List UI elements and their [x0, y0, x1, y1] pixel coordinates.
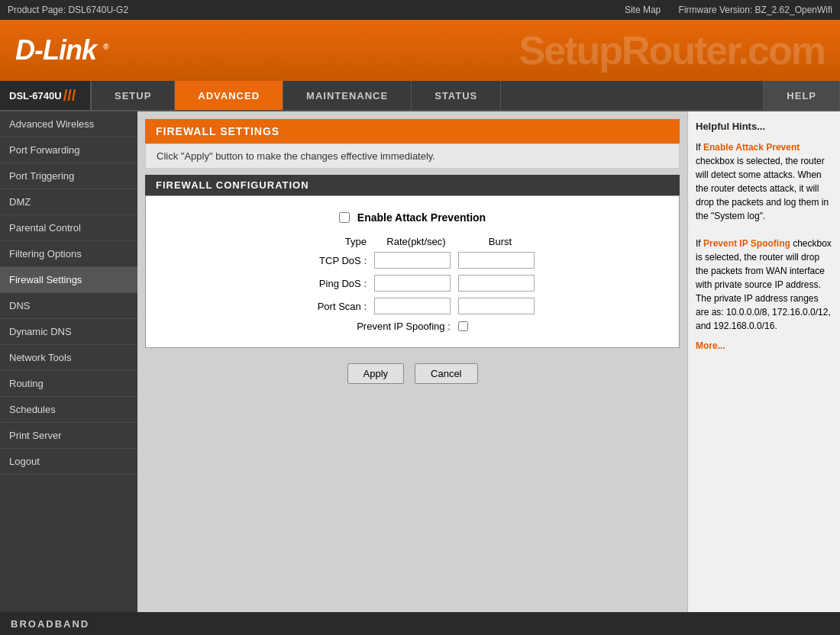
- section-header: FIREWALL SETTINGS: [145, 119, 680, 143]
- buttons-row: Apply Cancel: [137, 363, 687, 384]
- help-more-link[interactable]: More...: [696, 339, 832, 353]
- tab-advanced[interactable]: ADVANCED: [175, 81, 283, 110]
- sidebar-item-firewall-settings[interactable]: Firewall Settings: [0, 267, 137, 293]
- sidebar-item-filtering-options[interactable]: Filtering Options: [0, 241, 137, 267]
- top-bar: Product Page: DSL6740U-G2 Site Map Firmw…: [0, 0, 840, 20]
- logo: D-Link ®: [15, 34, 108, 66]
- footer-label: BROADBAND: [11, 618, 89, 630]
- sidebar-item-network-tools[interactable]: Network Tools: [0, 345, 137, 371]
- tab-status[interactable]: STATUS: [412, 81, 501, 110]
- main-layout: Advanced Wireless Port Forwarding Port T…: [0, 111, 840, 612]
- info-bar: Click "Apply" button to make the changes…: [145, 143, 680, 169]
- type-col-label: Type: [283, 236, 374, 247]
- bottom-bar: BROADBAND: [0, 612, 840, 635]
- apply-button[interactable]: Apply: [347, 363, 405, 384]
- rate-col-label: Rate(pkt/sec): [374, 236, 458, 247]
- sidebar-item-dmz[interactable]: DMZ: [0, 189, 137, 215]
- ping-dos-label: Ping DoS :: [283, 278, 374, 289]
- slash-icon: ///: [63, 87, 76, 105]
- spoofing-row: Prevent IP Spoofing :: [169, 321, 656, 332]
- tcp-dos-row: TCP DoS :: [169, 252, 656, 269]
- nav-tabs: DSL-6740U /// SETUP ADVANCED MAINTENANCE…: [0, 81, 840, 111]
- tcp-dos-label: TCP DoS :: [283, 255, 374, 266]
- help-para2: If Prevent IP Spoofing checkbox is selec…: [696, 237, 832, 333]
- top-right: Site Map Firmware Version: BZ_2.62_OpenW…: [625, 5, 832, 15]
- fields-header: Type Rate(pkt/sec) Burst: [169, 236, 656, 247]
- enable-attack-label: Enable Attack Prevention: [357, 211, 486, 224]
- help-panel: Helpful Hints... If Enable Attack Preven…: [687, 111, 840, 612]
- form-area: Enable Attack Prevention Type Rate(pkt/s…: [145, 195, 680, 348]
- port-scan-rate-input[interactable]: [374, 298, 451, 314]
- ping-dos-burst-input[interactable]: [458, 275, 535, 292]
- burst-col-label: Burst: [458, 236, 542, 247]
- spoofing-label: Prevent IP Spoofing :: [357, 321, 451, 332]
- sidebar-item-schedules[interactable]: Schedules: [0, 397, 137, 423]
- port-scan-burst-input[interactable]: [458, 298, 535, 314]
- header: D-Link ® SetupRouter.com: [0, 20, 840, 81]
- port-scan-label: Port Scan :: [283, 301, 374, 312]
- sidebar-item-advanced-wireless[interactable]: Advanced Wireless: [0, 111, 137, 137]
- sidebar-item-routing[interactable]: Routing: [0, 371, 137, 397]
- enable-row: Enable Attack Prevention: [169, 211, 656, 224]
- sidebar-item-port-triggering[interactable]: Port Triggering: [0, 163, 137, 189]
- sidebar-item-parental-control[interactable]: Parental Control: [0, 215, 137, 241]
- ping-dos-rate-input[interactable]: [374, 275, 451, 292]
- tab-help[interactable]: HELP: [763, 81, 840, 110]
- sitemap-link[interactable]: Site Map: [625, 5, 661, 15]
- ping-dos-row: Ping DoS :: [169, 275, 656, 292]
- sidebar: Advanced Wireless Port Forwarding Port T…: [0, 111, 137, 612]
- help-link-2[interactable]: Prevent IP Spoofing: [703, 238, 790, 249]
- model-badge: DSL-6740U ///: [0, 81, 92, 110]
- sidebar-item-port-forwarding[interactable]: Port Forwarding: [0, 137, 137, 163]
- tab-maintenance[interactable]: MAINTENANCE: [283, 81, 412, 110]
- firmware-label: Firmware Version: BZ_2.62_OpenWifi: [679, 5, 832, 15]
- help-title: Helpful Hints...: [696, 119, 832, 134]
- config-section-header: FIREWALL CONFIGURATION: [145, 175, 680, 195]
- port-scan-row: Port Scan :: [169, 298, 656, 314]
- help-link-1[interactable]: Enable Attack Prevent: [703, 142, 800, 153]
- tcp-dos-rate-input[interactable]: [374, 252, 451, 269]
- tab-setup[interactable]: SETUP: [92, 81, 175, 110]
- cancel-button[interactable]: Cancel: [415, 363, 477, 384]
- sidebar-item-dns[interactable]: DNS: [0, 293, 137, 319]
- tcp-dos-burst-input[interactable]: [458, 252, 535, 269]
- watermark: SetupRouter.com: [519, 27, 825, 73]
- prevent-spoofing-checkbox[interactable]: [458, 321, 468, 331]
- sidebar-item-dynamic-dns[interactable]: Dynamic DNS: [0, 319, 137, 345]
- product-label: Product Page: DSL6740U-G2: [8, 5, 128, 15]
- sidebar-item-print-server[interactable]: Print Server: [0, 423, 137, 449]
- sidebar-item-logout[interactable]: Logout: [0, 449, 137, 475]
- content-area: FIREWALL SETTINGS Click "Apply" button t…: [137, 111, 687, 612]
- enable-attack-checkbox[interactable]: [339, 212, 350, 223]
- help-para1: If Enable Attack Prevent checkbox is sel…: [696, 140, 832, 223]
